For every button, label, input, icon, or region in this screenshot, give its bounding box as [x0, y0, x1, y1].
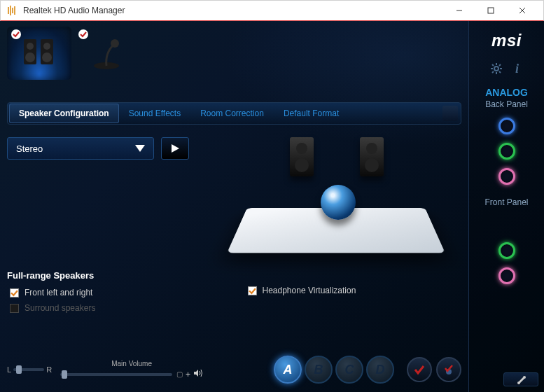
svg-point-13: [42, 52, 52, 62]
front-panel-label: Front Panel: [484, 197, 528, 207]
analog-title: ANALOG: [485, 87, 528, 98]
svg-rect-0: [8, 7, 9, 14]
volume-slider[interactable]: [60, 373, 172, 376]
main-volume: Main Volume ▢ +: [60, 360, 203, 379]
front-panel-jacks: [498, 242, 515, 284]
connector-settings-button[interactable]: [503, 372, 538, 386]
svg-point-20: [494, 66, 498, 71]
tab-sound-effects[interactable]: Sound Effects: [119, 104, 191, 123]
full-range-title: Full-range Speakers: [7, 270, 224, 281]
main-panel: Speaker Configuration Sound Effects Room…: [0, 21, 468, 392]
info-button[interactable]: i: [510, 62, 524, 76]
preset-buttons: A B C D: [274, 356, 394, 384]
svg-rect-1: [10, 6, 11, 15]
device-tabs: [7, 27, 461, 81]
app-icon: [6, 5, 18, 16]
tab-room-correction[interactable]: Room Correction: [190, 104, 274, 123]
jack-front-mic[interactable]: [498, 267, 515, 284]
svg-point-15: [111, 39, 119, 48]
jack-line-out[interactable]: [498, 143, 515, 160]
svg-rect-5: [488, 8, 494, 13]
svg-marker-16: [135, 145, 145, 152]
back-panel-jacks: [498, 118, 515, 185]
chevron-down-icon: [135, 144, 145, 154]
preset-b[interactable]: B: [305, 356, 333, 384]
side-panel: msi i ANALOG Back Panel Front Panel: [468, 21, 544, 392]
preset-a[interactable]: A: [274, 356, 302, 384]
tab-default-format[interactable]: Default Format: [274, 104, 349, 123]
stage-speaker-right[interactable]: [360, 137, 384, 176]
dropdown-value: Stereo: [16, 144, 43, 154]
maximize-button[interactable]: [475, 1, 506, 20]
check-disc-icon: [443, 364, 454, 375]
main-volume-label: Main Volume: [111, 360, 152, 368]
tab-row: Speaker Configuration Sound Effects Room…: [7, 102, 461, 125]
content: Stereo Full-range Speakers: [7, 137, 461, 385]
stage-speaker-left[interactable]: [290, 137, 314, 176]
minimize-button[interactable]: [443, 1, 475, 20]
svg-point-12: [43, 43, 50, 50]
checkbox-label: Surround speakers: [25, 303, 95, 313]
gear-icon: [490, 62, 503, 75]
checkbox-headphone-virt[interactable]: Headphone Virtualization: [245, 286, 462, 295]
volume-plus-icon[interactable]: +: [186, 370, 190, 379]
svg-rect-2: [12, 8, 13, 13]
svg-line-26: [499, 71, 501, 73]
check-icon: [78, 29, 88, 39]
window-title: Realtek HD Audio Manager: [23, 6, 125, 15]
jack-front-out[interactable]: [498, 242, 515, 259]
svg-rect-3: [14, 6, 15, 15]
channel-dropdown[interactable]: Stereo: [7, 137, 154, 160]
check-icon: [414, 364, 425, 375]
check-icon: [11, 29, 21, 39]
save-button[interactable]: [436, 357, 461, 382]
svg-marker-18: [194, 370, 198, 377]
device-microphone[interactable]: [74, 27, 139, 80]
checkbox-front-lr[interactable]: Front left and right: [7, 288, 224, 298]
checkbox-label: Headphone Virtualization: [263, 286, 356, 295]
checkbox-label: Front left and right: [25, 288, 92, 298]
preset-d[interactable]: D: [366, 356, 394, 384]
close-button[interactable]: [506, 1, 538, 20]
device-speakers[interactable]: [7, 27, 71, 80]
microphone-icon: [87, 36, 126, 70]
svg-line-25: [492, 64, 494, 66]
balance-slider[interactable]: L R: [7, 365, 52, 374]
preset-c[interactable]: C: [335, 356, 363, 384]
play-icon: [170, 144, 180, 153]
svg-line-28: [499, 64, 501, 66]
checkbox-surround: Surround speakers: [7, 303, 224, 313]
footer-row: L R Main Volume ▢ + A: [7, 353, 461, 386]
balance-R: R: [46, 365, 52, 374]
apply-button[interactable]: [407, 357, 432, 382]
back-panel-label: Back Panel: [485, 99, 528, 109]
tab-speaker-config[interactable]: Speaker Configuration: [9, 104, 119, 123]
svg-point-9: [27, 43, 34, 50]
balance-L: L: [7, 365, 11, 374]
svg-point-10: [25, 52, 35, 62]
volume-down-icon[interactable]: ▢: [176, 370, 183, 378]
jack-mic[interactable]: [498, 168, 515, 185]
settings-button[interactable]: [489, 62, 503, 76]
app-body: Speaker Configuration Sound Effects Room…: [0, 21, 544, 392]
speaker-stage: [238, 130, 441, 270]
svg-line-27: [492, 71, 494, 73]
volume-up-icon[interactable]: [193, 369, 203, 379]
speakers-icon: [20, 36, 59, 70]
jack-line-in[interactable]: [498, 118, 515, 134]
options-area: Full-range Speakers Front left and right…: [7, 270, 461, 318]
window-titlebar: Realtek HD Audio Manager: [0, 0, 544, 21]
listener-sphere: [321, 185, 356, 220]
test-play-button[interactable]: [161, 137, 189, 160]
wrench-icon: [516, 374, 526, 384]
svg-marker-17: [172, 144, 179, 153]
brand-logo: msi: [491, 31, 522, 50]
